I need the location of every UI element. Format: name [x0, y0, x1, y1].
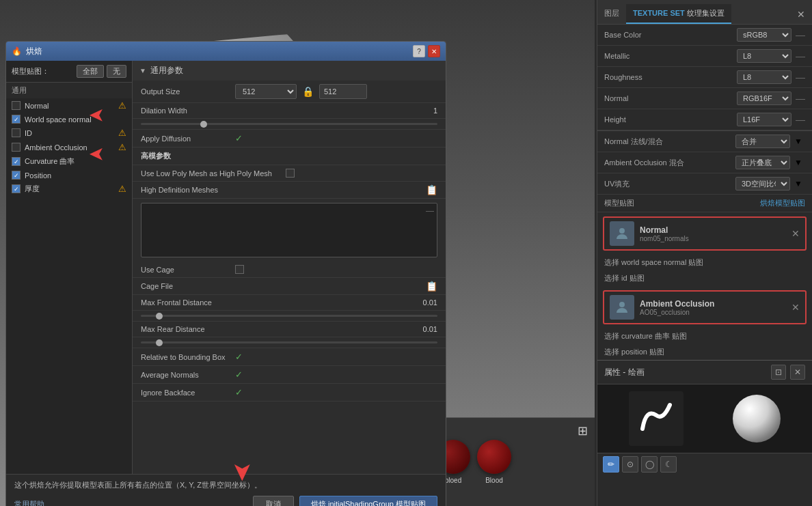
map-checkbox-id[interactable]: [12, 128, 21, 137]
svg-point-0: [619, 228, 625, 234]
average-normals-check[interactable]: ✓: [235, 369, 243, 380]
worldspace-normal-link[interactable]: 选择 world space normal 贴图: [597, 255, 812, 270]
metallic-label: Metallic: [604, 52, 733, 60]
channel-row-roughness: Roughness L8 —: [597, 67, 812, 88]
svg-point-1: [619, 302, 625, 307]
texture-set-tab-label: TEXTURE SET: [633, 9, 685, 17]
normal-card-close[interactable]: ✕: [791, 228, 800, 239]
cancel-button[interactable]: 取消: [253, 496, 294, 506]
high-def-meshes-area[interactable]: —: [141, 203, 437, 257]
ao-avatar: [610, 295, 634, 320]
settings-panel: ▼ 通用参数 Output Size 512 1024 2048 🔒 Dilat…: [133, 61, 446, 474]
map-checkbox-normal[interactable]: [12, 101, 21, 110]
circle-tool-btn[interactable]: ◯: [641, 456, 658, 473]
material-sphere-2[interactable]: Blood: [477, 440, 511, 484]
general-params-header[interactable]: ▼ 通用参数: [133, 61, 446, 81]
use-cage-label: Use Cage: [141, 266, 230, 274]
ao-blend-arrow: ▼: [794, 158, 805, 167]
map-checkbox-curvature[interactable]: ✓: [12, 157, 21, 166]
rear-slider[interactable]: [141, 341, 437, 343]
moon-tool-btn[interactable]: ☾: [660, 456, 677, 473]
map-item-id[interactable]: ID ⚠: [6, 126, 132, 140]
ao-card-close[interactable]: ✕: [791, 302, 800, 313]
bake-button[interactable]: 烘焙 initialShadingGroup 模型贴图: [299, 496, 437, 506]
ao-card-info: Ambient Occlusion AO05_occlusion: [640, 299, 786, 316]
lock-icon[interactable]: 🔒: [302, 86, 314, 97]
basecolor-dash[interactable]: —: [796, 29, 805, 40]
help-link[interactable]: 常用帮助: [14, 499, 44, 506]
map-name-normal: Normal: [25, 102, 49, 110]
curvature-link[interactable]: 选择 curvature 曲率 贴图: [597, 328, 812, 344]
warning-ao: ⚠: [118, 142, 126, 152]
output-size-input2[interactable]: [319, 84, 367, 99]
normal-blend-row: Normal 法线/混合 合并 ▼: [597, 131, 812, 152]
height-dash[interactable]: —: [796, 114, 805, 125]
map-checkbox-worldspace[interactable]: ✓: [12, 115, 21, 124]
right-panel-close[interactable]: ✕: [790, 5, 812, 24]
map-checkbox-ao[interactable]: [12, 143, 21, 152]
roughness-dash[interactable]: —: [796, 72, 805, 83]
normal-avatar: [610, 221, 634, 246]
none-btn[interactable]: 无: [107, 65, 126, 78]
map-checkbox-position[interactable]: ✓: [12, 171, 21, 180]
map-item-worldspace[interactable]: ✓ World space normal: [6, 113, 132, 126]
grid-view-icon[interactable]: ⊞: [578, 423, 588, 438]
metallic-dash[interactable]: —: [796, 51, 805, 61]
tab-texture-set[interactable]: TEXTURE SET 纹理集设置: [626, 4, 731, 24]
apply-diffusion-check[interactable]: ✓: [235, 133, 243, 143]
map-checkbox-thickness[interactable]: ✓: [12, 184, 21, 193]
cage-file-icon[interactable]: 📋: [426, 281, 437, 292]
ignore-backface-label: Ignore Backface: [141, 389, 230, 397]
model-map-label: 模型贴图: [604, 198, 756, 208]
dilation-slider[interactable]: [141, 123, 437, 125]
roughness-select[interactable]: L8: [737, 70, 791, 84]
use-cage-row: Use Cage: [133, 262, 446, 278]
sphere-preview-2: [477, 440, 511, 474]
footer-info: 这个烘焙允许你提取模型表面上所有着点的位置（X, Y, Z世界空间坐标）。: [14, 480, 437, 490]
map-item-ao[interactable]: Ambient Occlusion ⚠: [6, 140, 132, 154]
high-def-file-icon[interactable]: 📋: [426, 184, 437, 195]
map-item-normal[interactable]: Normal ⚠: [6, 98, 132, 113]
basecolor-select[interactable]: sRGB8: [737, 28, 791, 42]
ao-blend-select[interactable]: 正片叠底: [735, 156, 790, 169]
ignore-backface-check[interactable]: ✓: [235, 387, 243, 397]
uv-fill-select[interactable]: 3D空间比邻: [735, 177, 790, 191]
paint-canvas: [597, 384, 812, 453]
high-poly-label: 高模参数: [133, 147, 446, 165]
map-item-curvature[interactable]: ✓ Curvature 曲率: [6, 154, 132, 169]
prop-close-btn[interactable]: ✕: [790, 365, 805, 380]
eraser-tool-btn[interactable]: ⊙: [622, 456, 638, 473]
frontal-slider[interactable]: [141, 315, 437, 317]
map-item-position[interactable]: ✓ Position: [6, 169, 132, 182]
output-size-select[interactable]: 512 1024 2048: [235, 84, 297, 99]
dialog-help-btn[interactable]: ?: [413, 45, 425, 57]
prop-resize-btn[interactable]: ⊡: [771, 365, 786, 380]
max-frontal-label: Max Frontal Distance: [141, 298, 230, 307]
paint-tool-btn[interactable]: ✏: [603, 456, 619, 473]
use-cage-check[interactable]: [235, 265, 244, 274]
position-link[interactable]: 选择 position 贴图: [597, 344, 812, 360]
height-label: Height: [604, 115, 733, 124]
prop-header: 属性 - 绘画 ⊡ ✕: [597, 361, 812, 384]
bake-model-map-btn[interactable]: 烘焙模型贴图: [760, 198, 805, 208]
use-low-poly-check[interactable]: [286, 169, 295, 178]
tab-layers[interactable]: 图层: [597, 4, 626, 24]
texture-set-tab-sub: 纹理集设置: [687, 9, 725, 17]
channel-row-normal: Normal RGB16F —: [597, 88, 812, 109]
area-close-icon[interactable]: —: [426, 206, 434, 216]
all-btn[interactable]: 全部: [77, 65, 104, 78]
normal-blend-select[interactable]: 合并: [735, 135, 790, 148]
normal-select[interactable]: RGB16F: [737, 92, 791, 105]
metallic-select[interactable]: L8: [737, 49, 791, 63]
normal-dash[interactable]: —: [796, 93, 805, 104]
relative-bb-check[interactable]: ✓: [235, 352, 243, 362]
id-link[interactable]: 选择 id 贴图: [597, 270, 812, 286]
map-name-worldspace: World space normal: [25, 115, 92, 124]
frontal-slider-row: [133, 311, 446, 322]
channel-row-metallic: Metallic L8 —: [597, 46, 812, 67]
height-select[interactable]: L16F: [737, 113, 791, 126]
map-item-thickness[interactable]: ✓ 厚度 ⚠: [6, 182, 132, 196]
section-triangle: ▼: [139, 67, 146, 74]
dialog-close-btn[interactable]: ✕: [428, 45, 440, 57]
material-panel: bloed Blood ⊞: [431, 417, 595, 506]
